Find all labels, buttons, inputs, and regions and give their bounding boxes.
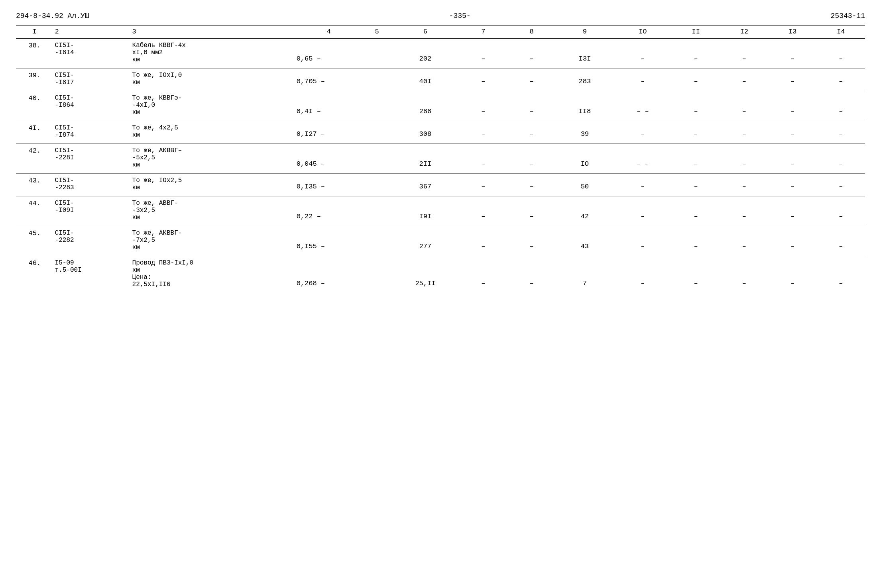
cell-desc: То же, IОхI,0 км: [131, 69, 295, 88]
cell-dash-10: – –: [614, 144, 672, 171]
cell-dash-11: –: [672, 69, 720, 88]
cell-dash-13: –: [768, 91, 816, 118]
cell-id: CI5I- -I8I4: [53, 38, 131, 65]
cell-dash-12: –: [720, 256, 768, 290]
cell-dash-13: –: [768, 226, 816, 253]
header-right: 25343-11: [831, 12, 865, 20]
col-header-5: 5: [362, 25, 391, 38]
cell-dash-7: –: [459, 121, 507, 141]
cell-value: 0,268 –: [295, 256, 391, 290]
cell-num: 46.: [16, 256, 53, 290]
col-header-7: 7: [459, 25, 507, 38]
table-row: 43.CI5I- -2283То же, IОх2,5 км0,I35 –367…: [16, 174, 865, 193]
cell-desc: Провод ПВЗ-IхI,0 км Цена: 22,5хI,II6: [131, 256, 295, 290]
cell-id: CI5I- -I864: [53, 91, 131, 118]
cell-dash-12: –: [720, 144, 768, 171]
spacer-row: [16, 118, 865, 121]
cell-col6: 277: [391, 226, 459, 253]
cell-dash-8: –: [507, 144, 556, 171]
col-header-1: I: [16, 25, 53, 38]
cell-dash-11: –: [672, 226, 720, 253]
cell-num: 39.: [16, 69, 53, 88]
cell-dash-7: –: [459, 226, 507, 253]
cell-value: 0,045 –: [295, 144, 391, 171]
cell-col6: 25,II: [391, 256, 459, 290]
cell-dash-10: –: [614, 121, 672, 141]
cell-id: CI5I- -2283: [53, 174, 131, 193]
cell-dash-12: –: [720, 69, 768, 88]
cell-dash-9: 7: [556, 256, 614, 290]
cell-dash-11: –: [672, 174, 720, 193]
cell-dash-9: 42: [556, 196, 614, 223]
col-header-8: 8: [507, 25, 556, 38]
cell-id: CI5I- -I8I7: [53, 69, 131, 88]
col-header-10: IO: [614, 25, 672, 38]
cell-dash-7: –: [459, 196, 507, 223]
cell-dash-7: –: [459, 91, 507, 118]
cell-dash-8: –: [507, 91, 556, 118]
cell-dash-13: –: [768, 121, 816, 141]
cell-col6: 202: [391, 38, 459, 65]
cell-dash-7: –: [459, 144, 507, 171]
page-header: 294-8-34.92 Ал.УШ -335- 25343-11: [16, 12, 865, 20]
cell-dash-11: –: [672, 196, 720, 223]
cell-col6: I9I: [391, 196, 459, 223]
column-header-row: I 2 3 4 5 6 7 8 9 IO II I2 I3 I4: [16, 25, 865, 38]
cell-dash-12: –: [720, 91, 768, 118]
cell-dash-14: –: [817, 38, 865, 65]
cell-dash-11: –: [672, 256, 720, 290]
cell-dash-8: –: [507, 226, 556, 253]
cell-dash-7: –: [459, 69, 507, 88]
cell-dash-14: –: [817, 144, 865, 171]
col-header-13: I3: [768, 25, 816, 38]
cell-dash-8: –: [507, 69, 556, 88]
cell-dash-11: –: [672, 38, 720, 65]
cell-desc: То же, АВВГ- -3х2,5 км: [131, 196, 295, 223]
cell-dash-10: –: [614, 196, 672, 223]
cell-num: 40.: [16, 91, 53, 118]
cell-desc: То же, IОх2,5 км: [131, 174, 295, 193]
cell-dash-14: –: [817, 226, 865, 253]
cell-desc: То же, 4х2,5 км: [131, 121, 295, 141]
cell-dash-7: –: [459, 174, 507, 193]
cell-dash-10: – –: [614, 91, 672, 118]
cell-num: 44.: [16, 196, 53, 223]
col-header-2: 2: [53, 25, 131, 38]
cell-dash-8: –: [507, 174, 556, 193]
header-center: -335-: [449, 12, 471, 20]
cell-dash-13: –: [768, 38, 816, 65]
table-row: 4I.CI5I- -I874То же, 4х2,5 км0,I27 –308–…: [16, 121, 865, 141]
cell-dash-8: –: [507, 38, 556, 65]
cell-dash-14: –: [817, 121, 865, 141]
table-row: 40.CI5I- -I864То же, КВВГэ- -4хI,0 км0,4…: [16, 91, 865, 118]
col-header-11: II: [672, 25, 720, 38]
cell-dash-12: –: [720, 196, 768, 223]
cell-col6: 367: [391, 174, 459, 193]
cell-num: 38.: [16, 38, 53, 65]
table-row: 44.CI5I- -I09IТо же, АВВГ- -3х2,5 км0,22…: [16, 196, 865, 223]
cell-id: CI5I- -2282: [53, 226, 131, 253]
cell-dash-9: 39: [556, 121, 614, 141]
cell-dash-12: –: [720, 174, 768, 193]
cell-dash-8: –: [507, 256, 556, 290]
cell-dash-11: –: [672, 121, 720, 141]
spacer-row: [16, 223, 865, 226]
cell-id: CI5I- -I09I: [53, 196, 131, 223]
cell-col6: 308: [391, 121, 459, 141]
cell-value: 0,22 –: [295, 196, 391, 223]
cell-dash-8: –: [507, 196, 556, 223]
col-header-14: I4: [817, 25, 865, 38]
cell-dash-13: –: [768, 174, 816, 193]
cell-value: 0,4I –: [295, 91, 391, 118]
cell-dash-11: –: [672, 144, 720, 171]
cell-dash-14: –: [817, 174, 865, 193]
spacer-row: [16, 140, 865, 144]
table-row: 42.CI5I- -228IТо же, АКВВГ– -5х2,5 км0,0…: [16, 144, 865, 171]
cell-num: 42.: [16, 144, 53, 171]
cell-id: I5-09 т.5-00I: [53, 256, 131, 290]
cell-value: 0,I55 –: [295, 226, 391, 253]
cell-dash-9: I3I: [556, 38, 614, 65]
col-header-4: 4: [295, 25, 363, 38]
cell-dash-14: –: [817, 91, 865, 118]
spacer-row: [16, 170, 865, 174]
